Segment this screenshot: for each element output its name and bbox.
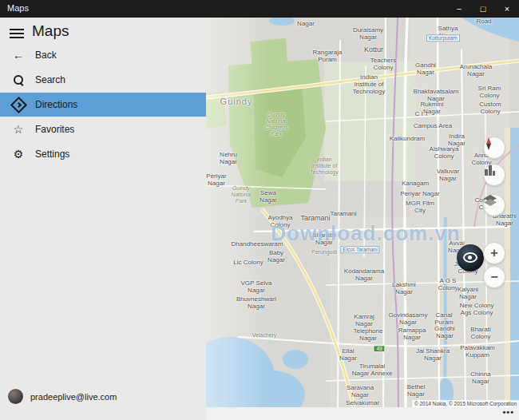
map-place-label: Perungudi [311,249,337,256]
map-place-label: Gandhi Nagar [415,61,436,76]
map-place-label: Sewa Nagar [260,189,277,204]
map-place-label: Saravana Nagar [347,384,374,398]
map-place-label: Kodandarama Nagar [344,267,384,282]
zoom-in-button[interactable]: + [483,242,505,264]
map-place-label: Campus Area [414,122,452,129]
map-place-label: MGR Film City [406,200,434,214]
map-place-label: Kamraj Nagar [354,313,374,327]
sidebar-item-label: Back [35,50,57,61]
star-icon: ☆ [11,122,26,137]
map-place-label: Valluvar Nagar [437,168,459,182]
map-place-label: Telephone Nagar [354,327,383,342]
map-canvas[interactable]: NagarRoadSathya NagarDuraisamy NagarKott… [206,18,519,407]
account-email: pradeeplive@live.com [30,392,117,402]
maximize-button[interactable]: □ [471,0,495,18]
map-place-label: Bharathi Nagar [312,232,336,246]
sidebar-item-label: Favorites [35,124,74,135]
account-row[interactable]: pradeeplive@live.com [0,385,206,409]
sidebar-item-label: Directions [35,99,77,110]
map-place-label: Nagar [297,20,315,27]
map-place-label: Bethel Nagar [407,383,426,398]
map-place-label: Indian Institute of Technology [310,157,338,176]
compass-button[interactable] [483,137,505,159]
map-place-label: Govindasamy Nagar [389,311,428,326]
map-place-label: 49 [373,345,385,352]
map-place-label: Aishwarya Colony [430,145,459,160]
map-place-label: Bhaktavatsalam Nagar [414,88,459,102]
map-place-label: Bhuvneshwari Nagar [236,295,276,310]
map-place-label: Jai Shankra Nagar [416,347,450,362]
sidebar-item-label: Search [35,74,65,85]
map-place-label: Elcot-Taramani [340,246,379,253]
app-title: Maps [32,22,69,40]
map-place-label: Selvakumar [346,399,379,406]
map-place-label: Sathya Nagar [438,25,458,39]
map-place-label: Custom Colony [479,101,501,115]
maps-app-window: Maps − □ × Maps ← Back Search Directions… [0,0,519,420]
map-place-label: Bharati Colony [470,326,490,340]
map-place-label: Ellai Nagar [339,347,357,362]
sidebar-item-back[interactable]: ← Back [0,43,206,67]
title-bar: Maps − □ × [0,0,519,18]
map-place-label: Ayodhya Colony [268,214,293,228]
map-place-label: Kottur [364,46,383,53]
map-place-label: Taramani [331,210,357,217]
map-place-label: Periyar Nagar [400,190,439,197]
tilt-view-button[interactable] [483,164,505,186]
map-place-label: Lic Colony [233,259,263,266]
map-place-label: Duraisamy Nagar [353,26,383,41]
map-place-label: New Colony Ags Colony [459,302,493,316]
sidebar-item-label: Settings [35,149,69,160]
sidebar-item-favorites[interactable]: ☆ Favorites [0,117,206,141]
gear-icon: ⚙ [11,147,26,161]
map-place-label: Kotturpuram [426,34,460,42]
map-place-label: Guindy National Park [231,185,252,204]
map-place-label: Periyar Nagar [206,172,226,187]
map-place-label: Teachers Colony [370,57,396,71]
sidebar-item-search[interactable]: Search [0,68,206,92]
window-controls: − □ × [447,0,519,18]
back-icon: ← [11,48,26,62]
layers-button[interactable] [483,194,505,216]
map-place-label: Rukmini Nagar [421,101,444,115]
map-place-label: Taramani [300,214,330,222]
map-place-label: Sri Ram Colony [478,85,501,99]
avatar [8,389,23,404]
map-place-label: Palavakkam Kuppam [460,344,495,359]
map-place-label: Velachery [252,332,277,339]
map-place-label: Road [476,18,491,25]
map-place-label: Kalikundram [390,135,425,142]
map-place-label: Chinna Nagar [470,370,490,385]
close-button[interactable]: × [495,0,519,18]
map-place-label: VGP Selva Nagar [241,279,272,294]
map-place-label: C I T [414,110,428,117]
window-title: Maps [7,3,29,13]
map-place-label: Dhandheeswaram [232,240,283,248]
map-place-label: Indian Institute of Technology [353,73,385,96]
map-place-label: Nehru Nagar [220,151,237,165]
map-place-label: Arunachala Nagar [460,63,492,77]
map-place-label: Indira Nagar [448,133,466,147]
map-place-label: Gandhi Nagar [434,325,455,339]
map-place-label: Tirumalai Nagar Annexe [352,363,393,377]
map-place-label: Guindy National Childrens Park [264,112,288,137]
map-place-label: Kanagam [402,180,429,187]
hamburger-icon[interactable] [10,29,24,40]
more-button[interactable]: ••• [502,407,514,417]
map-place-label: A G S Colony [438,277,458,291]
map-place-label: Ramappa Nagar [398,327,426,341]
map-copyright: © 2014 Nokia, © 2015 Microsoft Corporati… [412,400,519,407]
map-place-label: Lakshmi Nagar [392,281,416,295]
directions-icon [11,97,26,112]
sidebar-item-settings[interactable]: ⚙ Settings [0,142,206,166]
minimize-button[interactable]: − [447,0,471,18]
watermark-eye-logo [457,244,484,271]
map-place-label: Baby Nagar [267,249,285,263]
map-place-label: Guindy [220,97,253,107]
map-place-label: Kalyani Nagar [458,286,478,300]
search-icon [11,73,26,87]
map-labels-layer: NagarRoadSathya NagarDuraisamy NagarKott… [206,18,519,407]
zoom-out-button[interactable]: − [483,266,505,288]
sidebar-item-directions[interactable]: Directions [0,93,206,117]
bottom-app-bar: ••• [206,407,519,420]
